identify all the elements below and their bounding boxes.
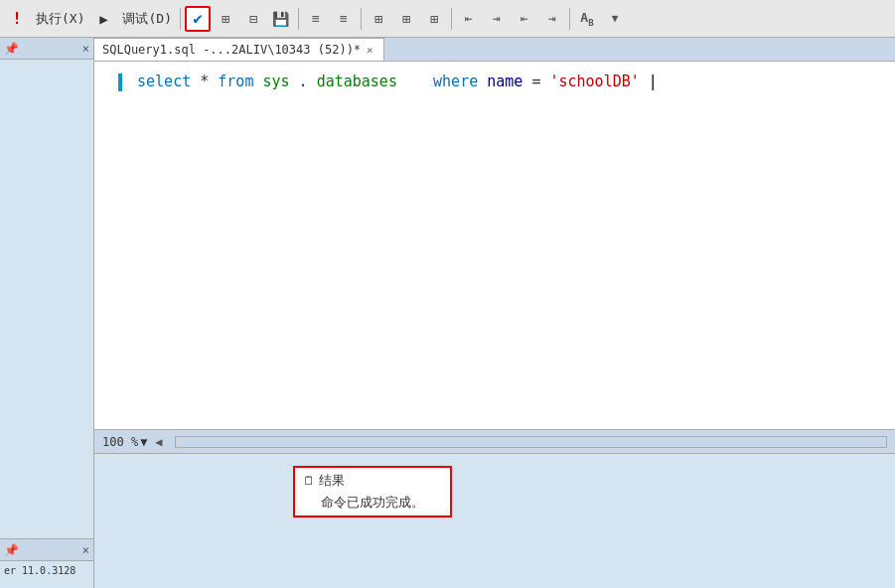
results-header: 🗒 结果 [303, 472, 442, 490]
toolbar-btn-7[interactable]: ⊞ [366, 6, 391, 32]
code-editor[interactable]: select * from sys . databases where name… [94, 62, 895, 429]
table-name: sys [262, 73, 289, 90]
toolbar-btn-9[interactable]: ⊞ [421, 6, 447, 32]
separator-1 [180, 8, 181, 30]
grid-button[interactable]: ⊟ [240, 6, 266, 32]
grid-icon: ⊟ [249, 11, 257, 27]
equals: = [531, 73, 540, 90]
sidebar-close-icon-2[interactable]: × [82, 543, 89, 557]
table-icon-2: ⊞ [402, 11, 410, 27]
separator-3 [361, 8, 362, 30]
sidebar-content [0, 60, 93, 538]
rows-icon: ≡ [312, 11, 320, 26]
execute-menu[interactable]: 执行(X) [32, 10, 88, 28]
separator-5 [569, 8, 570, 30]
separator-2 [298, 8, 299, 30]
toolbar-btn-11[interactable]: ⇥ [484, 6, 510, 32]
font-button[interactable]: AB [574, 6, 600, 32]
horizontal-scrollbar[interactable] [175, 436, 887, 448]
results-message: 命令已成功完成。 [303, 494, 442, 512]
sidebar-bottom-text [0, 580, 93, 588]
code-line-1: select * from sys . databases where name… [110, 70, 887, 93]
run-button[interactable]: ▶ [90, 6, 116, 32]
toolbar-btn-5[interactable]: ≡ [303, 6, 329, 32]
parse-icon: ⊞ [222, 11, 229, 27]
line-indicator [118, 74, 122, 91]
save-button[interactable]: 💾 [268, 6, 294, 32]
op-star: * [200, 73, 218, 90]
exclamation-icon[interactable]: ! [4, 6, 30, 32]
space-2 [406, 73, 424, 90]
results-label: 结果 [319, 472, 345, 490]
indent-icon-2: ⇥ [493, 11, 501, 26]
keyword-where: where [433, 73, 478, 90]
rows2-icon: ≡ [340, 11, 348, 26]
bottom-panel: 100 % ▼ ◀ 🗒 结果 命令已成功 [94, 429, 895, 588]
editor-results-container: SQLQuery1.sql -...2ALIV\10343 (52))* × s… [94, 38, 895, 588]
toolbar-btn-10[interactable]: ⇤ [456, 6, 482, 32]
string-value: 'schoolDB' [549, 73, 639, 90]
sidebar-header-2: 📌 × [0, 539, 93, 561]
sidebar-close-icon[interactable]: × [82, 42, 89, 56]
active-tab[interactable]: SQLQuery1.sql -...2ALIV\10343 (52))* × [94, 38, 384, 61]
indent-icon-3: ⇤ [521, 11, 528, 26]
tab-label: SQLQuery1.sql -...2ALIV\10343 (52))* [102, 43, 361, 57]
main-area: 📌 × 📌 × er 11.0.3128 SQLQuery1.sql -...2… [0, 38, 895, 588]
execute-checkmark-button[interactable]: ✔ [185, 6, 211, 32]
indent-icon-4: ⇥ [548, 11, 556, 26]
table-icon-3: ⊞ [430, 11, 438, 27]
toolbar-btn-12[interactable]: ⇤ [512, 6, 537, 32]
left-sidebar: 📌 × 📌 × er 11.0.3128 [0, 38, 94, 588]
pin-icon[interactable]: 📌 [4, 42, 19, 56]
parse-button[interactable]: ⊞ [213, 6, 238, 32]
zoom-value: 100 % [102, 435, 138, 449]
keyword-select: select [137, 73, 191, 90]
text-cursor: | [649, 73, 658, 90]
pin-icon-2[interactable]: 📌 [4, 543, 19, 557]
toolbar-btn-13[interactable]: ⇥ [539, 6, 565, 32]
results-table-icon: 🗒 [303, 474, 315, 488]
zoom-control: 100 % ▼ [102, 435, 147, 449]
field-name: name [487, 73, 522, 90]
results-container: 🗒 结果 命令已成功完成。 [94, 454, 895, 525]
toolbar: ! 执行(X) ▶ 调试(D) ✔ ⊞ ⊟ 💾 ≡ ≡ ⊞ ⊞ ⊞ [0, 0, 895, 38]
debug-menu[interactable]: 调试(D) [118, 10, 175, 28]
sidebar-header: 📌 × [0, 38, 93, 60]
separator-4 [451, 8, 452, 30]
tab-bar: SQLQuery1.sql -...2ALIV\10343 (52))* × [94, 38, 895, 62]
keyword-from: from [218, 73, 253, 90]
arrow-down-icon: ▼ [612, 12, 619, 25]
toolbar-btn-8[interactable]: ⊞ [393, 6, 419, 32]
tab-close-button[interactable]: × [365, 44, 375, 57]
dot: . [299, 73, 308, 90]
zoom-dropdown[interactable]: ▼ [140, 435, 147, 449]
table-name-2: databases [317, 73, 397, 90]
scroll-left-button[interactable]: ◀ [155, 435, 162, 449]
version-label: er 11.0.3128 [0, 561, 93, 580]
results-panel: 🗒 结果 命令已成功完成。 [293, 466, 452, 517]
table-icon-1: ⊞ [374, 11, 382, 27]
checkmark-icon: ✔ [193, 9, 203, 28]
results-left-space [94, 458, 194, 525]
results-area: 🗒 结果 命令已成功完成。 [94, 454, 895, 588]
indent-icon-1: ⇤ [465, 11, 473, 26]
save-icon: 💾 [272, 11, 289, 27]
toolbar-btn-6[interactable]: ≡ [331, 6, 357, 32]
bottom-toolbar: 100 % ▼ ◀ [94, 430, 895, 454]
toolbar-btn-14[interactable]: ▼ [602, 6, 628, 32]
font-icon: AB [580, 10, 593, 28]
